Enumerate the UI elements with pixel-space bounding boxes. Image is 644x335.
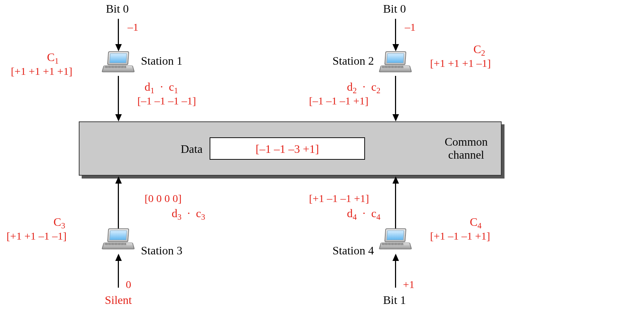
station1-product-label: d1 · c1 (145, 80, 178, 95)
station4-code-vector: [+1 –1 –1 +1] (430, 230, 490, 242)
station1-code-vector: [+1 +1 +1 +1] (11, 65, 72, 77)
station3-code-label: C3 (53, 215, 65, 231)
station3-top-arrow (118, 183, 119, 228)
station3-top-arrowhead (115, 176, 122, 184)
station4-code-label: C4 (470, 215, 482, 231)
data-label: Data (181, 142, 202, 156)
cdma-diagram: Data [–1 –1 –3 +1] Common channel Bit 0 … (0, 0, 644, 335)
channel-data-vector: [–1 –1 –3 +1] (210, 142, 365, 156)
station3-bottom-arrowhead (115, 254, 122, 261)
station1-code-label: C1 (47, 51, 59, 66)
station4-top-arrowhead (392, 176, 399, 184)
station4-bit-label: Bit 1 (383, 293, 406, 307)
station2-laptop-icon (378, 51, 411, 76)
station4-product-vector: [+1 –1 –1 +1] (309, 192, 369, 205)
station1-top-arrow (118, 19, 119, 45)
station3-product-vector: [0 0 0 0] (145, 192, 181, 205)
station1-bottom-arrow (118, 76, 119, 115)
station1-bit-value: –1 (128, 21, 138, 33)
station3-name: Station 3 (141, 244, 183, 257)
station2-top-arrowhead (392, 44, 399, 51)
station2-code-label: C2 (473, 43, 485, 58)
station2-code-vector: [+1 +1 +1 –1] (430, 57, 491, 69)
station1-product-vector: [–1 –1 –1 –1] (137, 95, 196, 107)
common-channel-label-l2: channel (434, 148, 499, 162)
station4-product-label: d4 · c4 (347, 207, 381, 222)
station4-laptop-icon (378, 228, 411, 253)
common-channel-label-l1: Common (434, 135, 499, 149)
station4-bit-value: +1 (403, 278, 415, 291)
station3-bit-value: 0 (126, 278, 131, 291)
station2-product-label: d2 · c2 (347, 80, 381, 95)
station2-product-vector: [–1 –1 –1 +1] (309, 95, 368, 107)
station2-bit-label: Bit 0 (383, 2, 406, 16)
station3-bit-label: Silent (105, 293, 132, 307)
station4-bottom-arrowhead (392, 254, 399, 261)
station2-bottom-arrow (395, 76, 396, 115)
station1-bottom-arrowhead (115, 114, 122, 121)
station3-bottom-arrow (118, 260, 119, 288)
station3-product-label: d3 · c3 (172, 207, 205, 222)
station2-name: Station 2 (332, 54, 374, 68)
station1-top-arrowhead (115, 44, 122, 51)
station4-name: Station 4 (332, 244, 374, 257)
station1-name: Station 1 (141, 54, 183, 68)
station3-laptop-icon (101, 228, 134, 253)
station2-bottom-arrowhead (392, 114, 399, 121)
station1-bit-label: Bit 0 (106, 2, 129, 16)
station1-laptop-icon (101, 51, 134, 76)
station2-bit-value: –1 (405, 21, 416, 33)
station4-bottom-arrow (395, 260, 396, 288)
station2-top-arrow (395, 19, 396, 45)
station4-top-arrow (395, 183, 396, 228)
station3-code-vector: [+1 +1 –1 –1] (7, 230, 66, 242)
